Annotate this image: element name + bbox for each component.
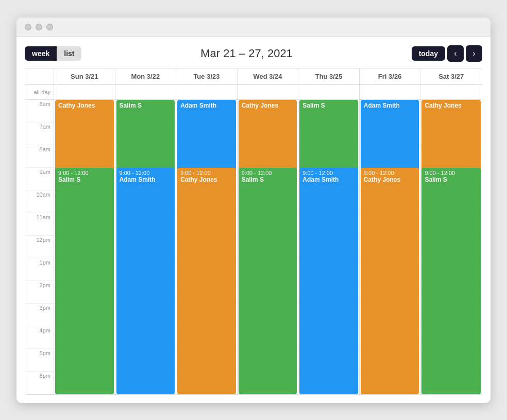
time-5pm: 5pm [25, 349, 54, 372]
event-sat-1[interactable]: 9:00 - 12:00Salim S [421, 168, 481, 394]
event-thu-1[interactable]: 9:00 - 12:00Adam Smith [299, 168, 358, 394]
calendar-window: week list Mar 21 – 27, 2021 today ‹ › Su… [16, 18, 491, 403]
time-11am: 11am [25, 213, 54, 236]
header-sat: Sat 3/27 [420, 68, 482, 84]
time-9am: 9am [25, 168, 54, 190]
close-button[interactable] [25, 24, 31, 30]
day-column-mon[interactable]: Salim S9:00 - 12:00Adam Smith [115, 100, 177, 394]
toolbar: week list Mar 21 – 27, 2021 today ‹ › [25, 45, 482, 62]
day-column-fri[interactable]: Adam Smith9:00 - 12:00Cathy Jones [360, 100, 421, 394]
day-column-sun[interactable]: Cathy Jones9:00 - 12:00Salim S [54, 100, 115, 394]
week-title: Mar 21 – 27, 2021 [200, 47, 293, 60]
allday-thu[interactable] [298, 85, 360, 99]
header-corner [25, 68, 54, 84]
day-column-tue[interactable]: Adam Smith9:00 - 12:00Cathy Jones [176, 100, 238, 394]
header-sun: Sun 3/21 [54, 68, 115, 84]
allday-wed[interactable] [238, 85, 299, 99]
time-6pm: 6pm [25, 372, 54, 394]
header-mon: Mon 3/22 [115, 68, 177, 84]
calendar-grid: Sun 3/21 Mon 3/22 Tue 3/23 Wed 3/24 Thu … [25, 68, 482, 395]
event-wed-1[interactable]: 9:00 - 12:00Salim S [239, 168, 297, 394]
minimize-button[interactable] [36, 24, 42, 30]
today-button[interactable]: today [412, 46, 445, 61]
day-column-sat[interactable]: Cathy Jones9:00 - 12:00Salim S [420, 100, 482, 394]
next-button[interactable]: › [466, 45, 482, 62]
header-tue: Tue 3/23 [176, 68, 238, 84]
header-wed: Wed 3/24 [238, 68, 299, 84]
time-3pm: 3pm [25, 304, 54, 326]
allday-sat[interactable] [420, 85, 482, 99]
view-toggle: week list [25, 46, 81, 61]
time-8am: 8am [25, 145, 54, 168]
scrollable-area[interactable]: 6am 7am 8am 9am 10am 11am 12pm 1pm 2pm 3… [25, 100, 482, 394]
event-tue-1[interactable]: 9:00 - 12:00Cathy Jones [177, 168, 236, 394]
maximize-button[interactable] [46, 24, 53, 30]
allday-mon[interactable] [115, 85, 177, 99]
allday-label: all-day [25, 85, 54, 99]
allday-fri[interactable] [360, 85, 421, 99]
time-2pm: 2pm [25, 281, 54, 304]
nav-buttons: today ‹ › [412, 45, 482, 62]
days-grid: Cathy Jones9:00 - 12:00Salim SSalim S9:0… [54, 100, 482, 394]
title-bar [16, 18, 491, 37]
day-column-wed[interactable]: Cathy Jones9:00 - 12:00Salim S [238, 100, 299, 394]
week-view-button[interactable]: week [25, 46, 57, 61]
time-7am: 7am [25, 122, 54, 145]
event-fri-1[interactable]: 9:00 - 12:00Cathy Jones [361, 168, 419, 394]
time-10am: 10am [25, 190, 54, 213]
event-sun-1[interactable]: 9:00 - 12:00Salim S [55, 168, 114, 394]
header-thu: Thu 3/25 [298, 68, 360, 84]
time-6am: 6am [25, 100, 54, 122]
time-4pm: 4pm [25, 326, 54, 349]
time-labels: 6am 7am 8am 9am 10am 11am 12pm 1pm 2pm 3… [25, 100, 54, 394]
allday-tue[interactable] [176, 85, 238, 99]
time-1pm: 1pm [25, 258, 54, 281]
allday-row: all-day [25, 85, 482, 100]
list-view-button[interactable]: list [57, 46, 81, 61]
prev-button[interactable]: ‹ [447, 45, 464, 62]
event-mon-1[interactable]: 9:00 - 12:00Adam Smith [116, 168, 175, 394]
header-fri: Fri 3/26 [360, 68, 421, 84]
grid-header: Sun 3/21 Mon 3/22 Tue 3/23 Wed 3/24 Thu … [25, 68, 482, 85]
day-column-thu[interactable]: Salim S9:00 - 12:00Adam Smith [298, 100, 360, 394]
allday-sun[interactable] [54, 85, 115, 99]
time-12pm: 12pm [25, 236, 54, 258]
calendar-container: week list Mar 21 – 27, 2021 today ‹ › Su… [16, 37, 491, 403]
